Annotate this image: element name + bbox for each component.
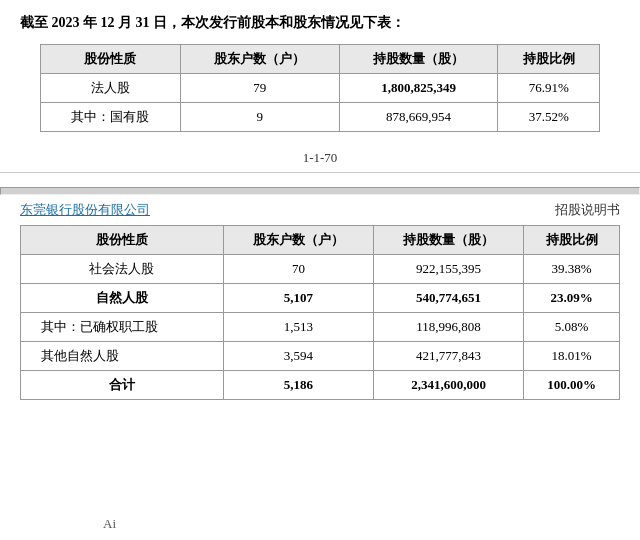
- top-row-ratio: 37.52%: [498, 103, 600, 132]
- bottom-col-header-shareholders: 股东户数（户）: [223, 226, 373, 255]
- bottom-row-ratio: 18.01%: [524, 342, 620, 371]
- bottom-row-shares: 421,777,843: [374, 342, 524, 371]
- bottom-col-header-shares: 持股数量（股）: [374, 226, 524, 255]
- top-row-ratio: 76.91%: [498, 74, 600, 103]
- bottom-table: 股份性质 股东户数（户） 持股数量（股） 持股比例 社会法人股70922,155…: [20, 225, 620, 400]
- col-header-ratio: 持股比例: [498, 45, 600, 74]
- intro-text: 截至 2023 年 12 月 31 日，本次发行前股本和股东情况见下表：: [20, 12, 620, 34]
- bottom-row-shares: 922,155,395: [374, 255, 524, 284]
- top-table-row: 其中：国有股9878,669,95437.52%: [41, 103, 600, 132]
- doc-type: 招股说明书: [555, 201, 620, 219]
- bottom-row-shareholders: 5,186: [223, 371, 373, 400]
- top-row-name: 其中：国有股: [41, 103, 181, 132]
- bottom-row-shares: 2,341,600,000: [374, 371, 524, 400]
- bottom-col-header-ratio: 持股比例: [524, 226, 620, 255]
- bottom-row-name: 合计: [21, 371, 224, 400]
- page-top-section: 截至 2023 年 12 月 31 日，本次发行前股本和股东情况见下表： 股份性…: [0, 0, 640, 140]
- bottom-row-name: 其他自然人股: [21, 342, 224, 371]
- company-link[interactable]: 东莞银行股份有限公司: [20, 201, 150, 219]
- bottom-row-name: 社会法人股: [21, 255, 224, 284]
- col-header-type: 股份性质: [41, 45, 181, 74]
- top-row-shareholders: 9: [180, 103, 339, 132]
- bottom-row-name: 其中：已确权职工股: [21, 313, 224, 342]
- bottom-header: 东莞银行股份有限公司 招股说明书: [20, 201, 620, 219]
- bottom-row-shareholders: 3,594: [223, 342, 373, 371]
- bottom-table-row: 其中：已确权职工股1,513118,996,8085.08%: [21, 313, 620, 342]
- bottom-table-row: 合计5,1862,341,600,000100.00%: [21, 371, 620, 400]
- bottom-table-row: 社会法人股70922,155,39539.38%: [21, 255, 620, 284]
- bottom-row-name: 自然人股: [21, 284, 224, 313]
- bottom-col-header-type: 股份性质: [21, 226, 224, 255]
- bottom-row-ratio: 100.00%: [524, 371, 620, 400]
- top-row-name: 法人股: [41, 74, 181, 103]
- bottom-row-shares: 118,996,808: [374, 313, 524, 342]
- page-number: 1-1-70: [0, 140, 640, 172]
- bottom-table-row: 其他自然人股3,594421,777,84318.01%: [21, 342, 620, 371]
- bottom-section: 东莞银行股份有限公司 招股说明书 股份性质 股东户数（户） 持股数量（股） 持股…: [0, 195, 640, 400]
- bottom-row-shareholders: 5,107: [223, 284, 373, 313]
- top-table-row: 法人股791,800,825,34976.91%: [41, 74, 600, 103]
- col-header-shareholders: 股东户数（户）: [180, 45, 339, 74]
- bottom-row-shareholders: 70: [223, 255, 373, 284]
- top-row-shares: 1,800,825,349: [339, 74, 498, 103]
- bottom-row-shares: 540,774,651: [374, 284, 524, 313]
- ai-label: Ai: [103, 516, 116, 532]
- bottom-row-ratio: 5.08%: [524, 313, 620, 342]
- top-table-header-row: 股份性质 股东户数（户） 持股数量（股） 持股比例: [41, 45, 600, 74]
- gray-separator: [0, 187, 640, 195]
- bottom-row-ratio: 23.09%: [524, 284, 620, 313]
- top-row-shares: 878,669,954: [339, 103, 498, 132]
- bottom-table-header-row: 股份性质 股东户数（户） 持股数量（股） 持股比例: [21, 226, 620, 255]
- bottom-row-ratio: 39.38%: [524, 255, 620, 284]
- col-header-shares: 持股数量（股）: [339, 45, 498, 74]
- top-row-shareholders: 79: [180, 74, 339, 103]
- bottom-table-row: 自然人股5,107540,774,65123.09%: [21, 284, 620, 313]
- bottom-row-shareholders: 1,513: [223, 313, 373, 342]
- top-table: 股份性质 股东户数（户） 持股数量（股） 持股比例 法人股791,800,825…: [40, 44, 600, 132]
